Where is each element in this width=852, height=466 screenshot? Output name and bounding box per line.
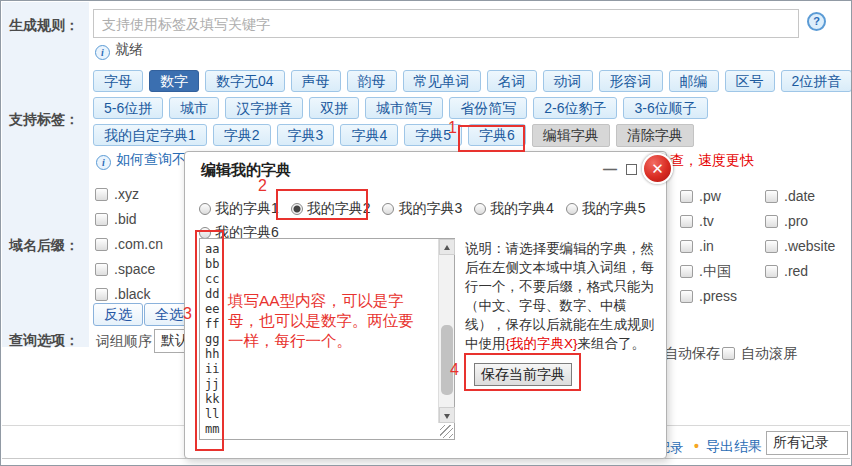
tag-dict2[interactable]: 字典2 [213, 124, 271, 146]
dictionary-radio-group: 我的字典1 我的字典2 我的字典3 我的字典4 我的字典5 我的字典6 [199, 196, 663, 244]
suffix-item: .in [680, 238, 714, 254]
tag-mydict1[interactable]: 我的自定字典1 [93, 124, 207, 146]
tag-shuzi-active[interactable]: 数字 [149, 70, 199, 92]
annotation-box-3 [195, 230, 224, 451]
resize-grip-icon[interactable] [440, 425, 453, 438]
suffix-checkbox-in[interactable] [680, 240, 693, 253]
scrollbar[interactable] [438, 239, 454, 423]
scroll-down-icon[interactable] [439, 407, 455, 423]
radio-icon [199, 203, 211, 215]
annotation-step-4: 4 [450, 361, 459, 379]
modal-title: 编辑我的字典 [201, 161, 291, 180]
suffix-label: .pw [699, 188, 721, 204]
suffix-item: .pro [765, 213, 808, 229]
radio-icon [474, 203, 486, 215]
tag-26weibaozi[interactable]: 2-6位豹子 [533, 97, 617, 119]
suffix-item: .website [765, 238, 835, 254]
radio-mydict1[interactable]: 我的字典1 [199, 200, 279, 216]
tag-chengshi[interactable]: 城市 [169, 97, 219, 119]
suffix-item: .black [95, 286, 151, 302]
suffix-checkbox-space[interactable] [95, 263, 108, 276]
tag-quhao[interactable]: 区号 [725, 70, 775, 92]
tag-changjiandanci[interactable]: 常见单词 [403, 70, 481, 92]
suffix-checkbox-tv[interactable] [680, 215, 693, 228]
close-icon[interactable]: ✕ [642, 153, 673, 184]
radio-label: 我的字典1 [215, 200, 279, 216]
left-label-column [2, 2, 89, 347]
tag-shuziwu04[interactable]: 数字无04 [205, 70, 285, 92]
scroll-up-icon[interactable] [439, 239, 455, 255]
suffix-checkbox-red[interactable] [765, 265, 778, 278]
tag-xingrongci[interactable]: 形容词 [599, 70, 663, 92]
suffix-checkbox-pro[interactable] [765, 215, 778, 228]
invert-selection-button[interactable]: 反选 [93, 303, 143, 326]
suffix-label: .date [784, 188, 815, 204]
maximize-icon[interactable] [626, 164, 637, 175]
suffix-checkbox-comcn[interactable] [95, 238, 108, 251]
tag-dongci[interactable]: 动词 [543, 70, 593, 92]
suffix-checkbox-black[interactable] [95, 288, 108, 301]
tag-shengfenjianxie[interactable]: 省份简写 [449, 97, 527, 119]
suffix-checkbox-bid[interactable] [95, 213, 108, 226]
minimize-icon[interactable]: — [603, 162, 617, 176]
domain-suffix-label: 域名后缀： [9, 237, 87, 255]
modal-description: 说明：请选择要编辑的字典，然后在左侧文本域中填入词组，每行一个，不要后缀，格式只… [465, 239, 663, 353]
tag-2weipinyin[interactable]: 2位拼音 [781, 70, 852, 92]
support-tags-label: 支持标签： [9, 111, 87, 129]
scrollbar-thumb[interactable] [441, 325, 453, 395]
tag-row-1: 字母 数字 数字无04 声母 韵母 常见单词 名词 动词 形容词 邮编 区号 2… [93, 70, 852, 92]
suffix-label: .press [699, 288, 737, 304]
suffix-label: .xyz [114, 186, 139, 202]
how-to-query-link[interactable]: i如何查询不 [96, 151, 186, 170]
export-results-link[interactable]: 导出结果 [706, 438, 762, 456]
records-scope-select[interactable]: 所有记录 [766, 431, 848, 455]
radio-mydict3[interactable]: 我的字典3 [382, 200, 462, 216]
suffix-checkbox-pw[interactable] [680, 190, 693, 203]
suffix-checkbox-zhongguo[interactable] [680, 265, 693, 278]
radio-icon [382, 203, 394, 215]
help-icon[interactable]: ? [807, 12, 826, 31]
clear-dictionary-button[interactable]: 清除字典 [616, 124, 694, 147]
tag-row-3: 我的自定字典1 字典2 字典3 字典4 字典5 字典6 编辑字典 清除字典 [93, 124, 694, 147]
suffix-checkbox-website[interactable] [765, 240, 778, 253]
radio-mydict4[interactable]: 我的字典4 [474, 200, 554, 216]
radio-label: 我的字典5 [582, 200, 646, 216]
annotation-step-1: 1 [448, 119, 457, 137]
tag-mingci[interactable]: 名词 [487, 70, 537, 92]
annotation-note: 填写AA型内容，可以是字母，也可以是数字。两位要一样，每行一个。 [228, 291, 416, 351]
tag-dict4[interactable]: 字典4 [340, 124, 398, 146]
radio-mydict5[interactable]: 我的字典5 [566, 200, 646, 216]
tag-youbian[interactable]: 邮编 [669, 70, 719, 92]
suffix-label: .com.cn [114, 236, 163, 252]
tag-chengshijianxie[interactable]: 城市简写 [365, 97, 443, 119]
edit-dictionary-button[interactable]: 编辑字典 [532, 124, 610, 147]
suffix-label: .in [699, 238, 714, 254]
suffix-checkbox-press[interactable] [680, 290, 693, 303]
tag-dict3[interactable]: 字典3 [277, 124, 335, 146]
rule-input[interactable] [93, 9, 799, 38]
description-suffix: 来组合了。 [578, 336, 646, 351]
suffix-label: .website [784, 238, 835, 254]
tag-36weishunzi[interactable]: 3-6位顺子 [623, 97, 707, 119]
auto-scroll-label: 自动滚屏 [741, 345, 797, 361]
tag-yunmu[interactable]: 韵母 [347, 70, 397, 92]
tag-shengmu[interactable]: 声母 [291, 70, 341, 92]
tag-shuangpin[interactable]: 双拼 [309, 97, 359, 119]
word-order-label: 词组顺序 [96, 333, 152, 351]
tag-56weipin[interactable]: 5-6位拼 [93, 97, 163, 119]
status-row: i就绪 [95, 41, 143, 60]
radio-label: 我的字典3 [398, 200, 462, 216]
tag-zimu[interactable]: 字母 [93, 70, 143, 92]
tag-hanzipinyin[interactable]: 汉字拼音 [225, 97, 303, 119]
description-text: 说明：请选择要编辑的字典，然后在左侧文本域中填入词组，每行一个，不要后缀，格式只… [465, 241, 654, 351]
speed-note-text: 查，速度更快 [670, 152, 754, 170]
info-icon: i [96, 155, 111, 170]
radio-label: 我的字典4 [490, 200, 554, 216]
auto-scroll-checkbox[interactable] [722, 347, 735, 360]
annotation-step-2: 2 [258, 177, 267, 195]
suffix-label: .bid [114, 211, 137, 227]
suffix-checkbox-date[interactable] [765, 190, 778, 203]
how-to-query-text: 如何查询不 [116, 151, 186, 167]
suffix-checkbox-xyz[interactable] [95, 188, 108, 201]
suffix-item: .bid [95, 211, 137, 227]
